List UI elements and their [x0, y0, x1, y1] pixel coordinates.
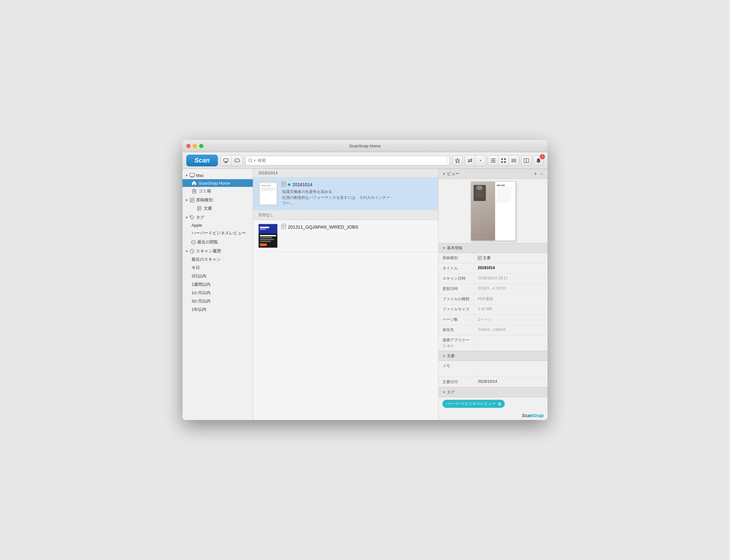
info-row-scandate: スキャン日時 2018/10/14 18:11 [439, 274, 548, 284]
date-group-1: 2018/10/14 [253, 169, 438, 178]
sidebar-item-harvard[interactable]: ハーバードビジネスレビュー [182, 229, 253, 237]
doc-desc-line3: ワー... [282, 201, 293, 206]
tags-row: ハーバードビジネスレビュー ⊗ [439, 397, 548, 410]
info-row-title: タイトル 20181014 [439, 263, 548, 274]
sort-button[interactable] [465, 155, 475, 166]
home-icon [191, 180, 197, 186]
filetype-info-label: ファイルの種類 [439, 294, 474, 304]
filesize-info-value: 1.41 MB [474, 304, 548, 314]
document-section-label: 文書 [447, 353, 455, 359]
sidebar-item-1month[interactable]: 1か月以内 [182, 289, 253, 297]
svg-rect-48 [268, 186, 275, 187]
svg-rect-52 [268, 193, 275, 195]
sidebar-item-3days[interactable]: 3日以内 [182, 272, 253, 280]
tag-chip-close-icon[interactable]: ⊗ [498, 402, 502, 406]
document-item-2[interactable]: 201311_GQJAPAN_WIRED_JOBS [253, 220, 438, 252]
sidebar-section-doctype: ▼ 原稿種別 [182, 196, 253, 213]
doctype-info-label: 原稿種別 [439, 253, 474, 263]
svg-rect-50 [268, 188, 274, 189]
sidebar: ▼ Mac [182, 169, 253, 420]
grid-view-button[interactable] [498, 155, 509, 166]
svg-rect-70 [260, 241, 271, 242]
minimize-button[interactable] [193, 144, 197, 148]
close-button[interactable] [186, 144, 190, 148]
svg-point-56 [261, 186, 266, 191]
title-info-value: 20181014 [474, 263, 548, 273]
doc-title-row-2: 201311_GQJAPAN_WIRED_JOBS [281, 224, 433, 230]
sidebar-section-recent: 最近の閲覧 [182, 238, 253, 246]
doc-info-1: 20181014 知識労働者の生産性を高める 社員の創造的なパフォーマンスを促す… [281, 181, 433, 206]
sidebar-item-recent-scan[interactable]: 最近のスキャン [182, 255, 253, 264]
sidebar-item-apple[interactable]: Apple [182, 222, 253, 229]
updatedate-info-label: 更新日時 [439, 284, 474, 294]
svg-rect-44 [259, 182, 277, 205]
svg-marker-5 [455, 158, 460, 163]
triangle-mac: ▼ [185, 174, 188, 177]
trash-icon [191, 188, 197, 194]
doc-title-2: 201311_GQJAPAN_WIRED_JOBS [288, 224, 358, 230]
split-view-button[interactable] [521, 155, 532, 166]
sidebar-item-3months[interactable]: 3か月以内 [182, 297, 253, 305]
svg-point-40 [190, 216, 191, 217]
doc-desc-line1: 知識労働者の生産性を高める [282, 189, 332, 194]
sidebar-header-doctype[interactable]: ▼ 原稿種別 [182, 196, 253, 204]
sidebar-item-1year[interactable]: 1年以内 [182, 305, 253, 314]
doc-info-2: 201311_GQJAPAN_WIRED_JOBS [281, 224, 433, 231]
sidebar-item-1week[interactable]: 1週間以内 [182, 280, 253, 289]
svg-rect-67 [260, 235, 276, 236]
pages-info-value: 2ページ [474, 315, 548, 325]
svg-rect-66 [260, 229, 266, 230]
list-view-button[interactable] [488, 155, 498, 166]
triangle-tags: ▼ [185, 216, 188, 219]
svg-rect-11 [491, 162, 496, 162]
sidebar-item-recent-view[interactable]: 最近の閲覧 [182, 238, 253, 246]
add-button[interactable]: + [534, 171, 537, 177]
document-section-header: ▼ 文書 [439, 351, 548, 361]
filesize-info-label: ファイルサイズ [439, 304, 474, 314]
view-label: ビュー [447, 171, 460, 177]
sidebar-item-scansnap-home[interactable]: ScanSnap Home [182, 179, 253, 187]
view-header-left: ▼ ビュー [443, 171, 460, 177]
tag-chip-harvard[interactable]: ハーバードビジネスレビュー ⊗ [443, 400, 505, 408]
saveloc-info-value: /Users/...calized [474, 325, 548, 335]
svg-rect-54 [268, 197, 274, 198]
sort-dropdown-button[interactable]: ▾ [475, 155, 486, 166]
scandate-info-label: スキャン日時 [439, 274, 474, 284]
svg-rect-17 [512, 160, 516, 161]
sidebar-item-document[interactable]: 文書 [182, 204, 253, 213]
file-icon-2 [281, 224, 286, 230]
scansnap-logo-snap: Snap [533, 413, 544, 418]
sidebar-item-today[interactable]: 今日 [182, 264, 253, 272]
cloud-icon-button[interactable] [232, 155, 242, 166]
triangle-basic: ▼ [443, 246, 446, 250]
scansnap-footer: ScanSnap [439, 410, 548, 420]
scan-button[interactable]: Scan [186, 155, 218, 166]
maximize-button[interactable] [199, 144, 203, 148]
trash-label: ゴミ箱 [198, 188, 211, 194]
scandate-info-value: 2018/10/14 18:11 [474, 274, 548, 284]
sidebar-header-scan-history[interactable]: ▼ スキャン履歴 [182, 247, 253, 255]
computer-icon-button[interactable] [221, 155, 232, 166]
memo-info-value[interactable] [474, 361, 548, 377]
doc-title-1: 20181014 [292, 182, 312, 187]
info-row-filetype: ファイルの種類 PDF書類 [439, 294, 548, 304]
doc-thumbnail-2 [258, 224, 277, 248]
expand-button[interactable]: ↔ [540, 171, 544, 176]
docdate-info-value: 2018/10/14 [474, 377, 548, 387]
view-header-actions: + ↔ [534, 171, 544, 177]
info-row-saveloc: 保存先 /Users/...calized [439, 325, 548, 335]
view-mode-group [488, 155, 519, 166]
tag-chip-label: ハーバードビジネスレビュー [446, 401, 496, 407]
document-info-table: メモ 文書日付 2018/10/14 [439, 361, 548, 387]
search-input[interactable] [258, 158, 445, 163]
document-item-1[interactable]: 20181014 知識労働者の生産性を高める 社員の創造的なパフォーマンスを促す… [253, 178, 438, 210]
svg-rect-45 [259, 183, 276, 204]
sidebar-header-tags[interactable]: ▼ タグ [182, 213, 253, 222]
sidebar-item-mac[interactable]: ▼ Mac [182, 171, 253, 179]
star-button[interactable] [453, 155, 463, 166]
sidebar-item-trash[interactable]: ゴミ箱 [182, 187, 253, 195]
detail-view-button[interactable] [509, 155, 519, 166]
triangle-view: ▼ [443, 172, 446, 176]
info-row-docdate: 文書日付 2018/10/14 [439, 377, 548, 387]
info-section-tags: ▼ タグ ハーバードビジネスレビュー ⊗ [439, 387, 548, 410]
